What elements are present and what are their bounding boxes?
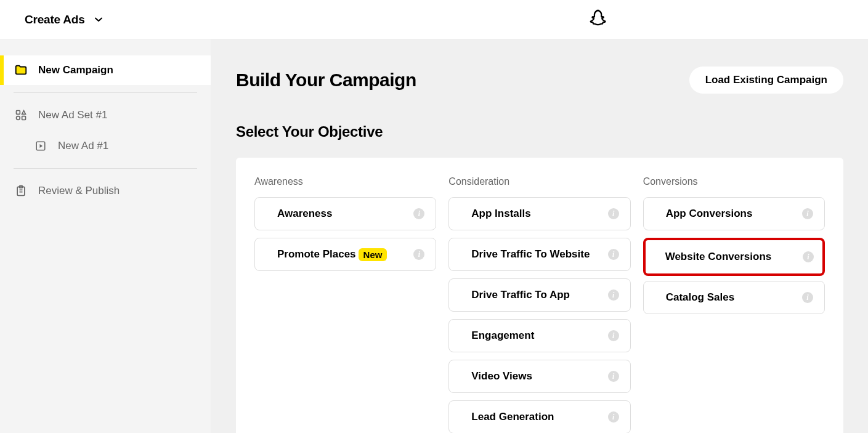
column-awareness: Awareness Awareness i Promote Places New… — [254, 176, 436, 433]
objective-awareness[interactable]: Awareness i — [254, 197, 436, 230]
objective-drive-traffic-app[interactable]: Drive Traffic To App i — [448, 278, 630, 312]
new-badge: New — [359, 248, 387, 261]
column-title: Consideration — [448, 176, 630, 187]
info-icon[interactable]: i — [803, 251, 814, 262]
objective-video-views[interactable]: Video Views i — [448, 360, 630, 393]
sidebar-item-label: Review & Publish — [38, 185, 120, 197]
objective-label: Website Conversions — [665, 251, 772, 263]
objectives-panel: Awareness Awareness i Promote Places New… — [236, 158, 843, 433]
info-icon[interactable]: i — [802, 292, 813, 303]
chevron-down-icon — [95, 16, 102, 23]
objective-label: Video Views — [471, 370, 532, 382]
objective-label: Promote Places — [277, 248, 356, 261]
objective-label: Drive Traffic To Website — [471, 248, 590, 261]
sidebar-item-new-ad[interactable]: New Ad #1 — [0, 131, 211, 161]
svg-rect-2 — [22, 116, 26, 120]
objective-label: Engagement — [471, 330, 534, 342]
info-icon[interactable]: i — [608, 208, 619, 219]
topbar-title: Create Ads — [25, 13, 85, 26]
snapchat-ghost-icon — [588, 9, 609, 32]
folder-icon — [14, 63, 28, 77]
column-consideration: Consideration App Installs i Drive Traff… — [448, 176, 630, 433]
load-existing-campaign-button[interactable]: Load Existing Campaign — [689, 67, 843, 94]
sidebar-item-new-campaign[interactable]: New Campaign — [0, 55, 211, 85]
sidebar-item-label: New Ad Set #1 — [38, 109, 107, 121]
info-icon[interactable]: i — [802, 208, 813, 219]
objective-label: App Conversions — [666, 208, 753, 220]
objective-website-conversions[interactable]: Website Conversions i — [643, 238, 825, 276]
grid-shapes-icon — [14, 109, 28, 121]
svg-rect-0 — [17, 111, 20, 115]
objective-label: Catalog Sales — [666, 291, 735, 304]
info-icon[interactable]: i — [608, 371, 619, 382]
objective-catalog-sales[interactable]: Catalog Sales i — [643, 281, 825, 314]
sidebar-item-label: New Campaign — [38, 64, 113, 76]
info-icon[interactable]: i — [413, 249, 424, 260]
info-icon[interactable]: i — [608, 330, 619, 341]
select-objective-heading: Select Your Objective — [236, 123, 843, 140]
sidebar-item-review-publish[interactable]: Review & Publish — [0, 176, 211, 206]
objective-label: Lead Generation — [471, 411, 554, 423]
objective-promote-places[interactable]: Promote Places New i — [254, 238, 436, 271]
column-title: Awareness — [254, 176, 436, 187]
objective-lead-generation[interactable]: Lead Generation i — [448, 400, 630, 433]
divider — [14, 168, 197, 169]
top-bar: Create Ads — [0, 0, 868, 39]
create-ads-dropdown[interactable]: Create Ads — [25, 13, 102, 26]
info-icon[interactable]: i — [608, 249, 619, 260]
sidebar: New Campaign New Ad Set #1 New — [0, 39, 211, 433]
main-content: Build Your Campaign Load Existing Campai… — [211, 39, 868, 433]
sidebar-item-new-ad-set[interactable]: New Ad Set #1 — [0, 100, 211, 130]
objective-label: Drive Traffic To App — [471, 289, 570, 301]
objective-app-installs[interactable]: App Installs i — [448, 197, 630, 230]
divider — [14, 92, 197, 93]
objective-engagement[interactable]: Engagement i — [448, 319, 630, 352]
play-square-icon — [33, 140, 48, 152]
objective-app-conversions[interactable]: App Conversions i — [643, 197, 825, 230]
column-conversions: Conversions App Conversions i Website Co… — [643, 176, 825, 433]
info-icon[interactable]: i — [413, 208, 424, 219]
info-icon[interactable]: i — [608, 289, 619, 301]
svg-point-1 — [17, 116, 20, 120]
objective-label: App Installs — [471, 208, 530, 220]
sidebar-item-label: New Ad #1 — [58, 140, 108, 152]
objective-drive-traffic-website[interactable]: Drive Traffic To Website i — [448, 238, 630, 271]
objective-label: Awareness — [277, 208, 332, 220]
info-icon[interactable]: i — [608, 411, 619, 423]
page-title: Build Your Campaign — [236, 70, 416, 91]
column-title: Conversions — [643, 176, 825, 187]
clipboard-icon — [14, 185, 28, 197]
